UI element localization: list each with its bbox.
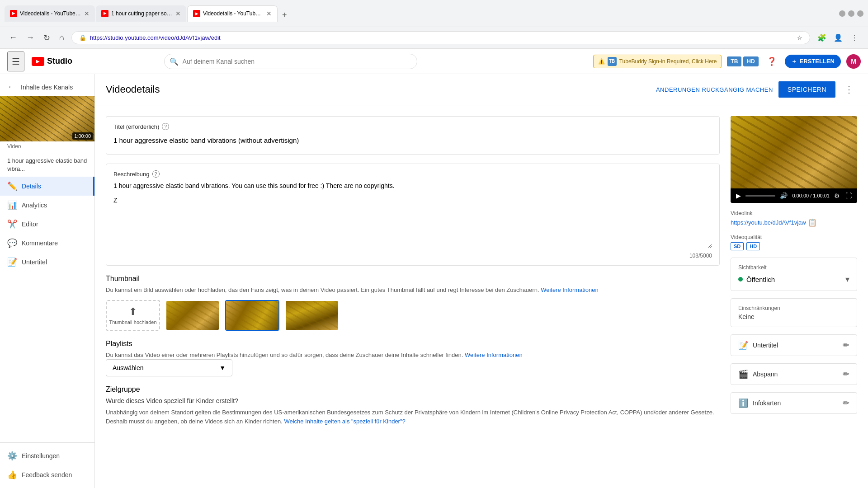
- thumbnail-title: Thumbnail: [106, 275, 720, 283]
- playlists-section: Playlists Du kannst das Video einer oder…: [106, 340, 720, 377]
- sidebar-item-details[interactable]: ✏️ Details: [0, 177, 94, 196]
- menu-button[interactable]: ⋮: [848, 32, 861, 44]
- star-icon[interactable]: ☆: [797, 34, 802, 41]
- infokarten-edit-button[interactable]: ✏: [843, 398, 849, 408]
- abspann-left: 🎬 Abspann: [738, 369, 778, 379]
- yt-studio-logo[interactable]: Studio: [32, 56, 72, 66]
- back-label: Inhalte des Kanals: [21, 84, 73, 91]
- title-label: Titel (erforderlich) ?: [113, 123, 712, 130]
- title-info-icon[interactable]: ?: [162, 123, 169, 130]
- browser-actions: 🧩 👤 ⋮: [816, 32, 861, 44]
- restrictions-value: Keine: [738, 313, 849, 320]
- video-quality-label: Videoqualität: [731, 234, 857, 240]
- playlists-dropdown[interactable]: Auswählen ▼: [106, 359, 232, 376]
- thumbnail-desc: Du kannst ein Bild auswählen oder hochla…: [106, 286, 720, 295]
- thumbnail-option-2[interactable]: [225, 300, 279, 331]
- video-label: Video: [0, 141, 94, 153]
- description-textarea[interactable]: 1 hour aggressive elastic band vibration…: [113, 180, 712, 248]
- video-link-section: Videolink https://youtu.be/dJdAVf1vjaw 📋: [731, 210, 857, 227]
- erstellen-button[interactable]: ＋ ERSTELLEN: [785, 55, 841, 68]
- thumbnail-more-link[interactable]: Weitere Informationen: [541, 286, 599, 293]
- search-input[interactable]: [164, 54, 417, 69]
- tubebuddy-banner[interactable]: ⚠️ TB TubeBuddy Sign-in Required, Click …: [593, 55, 722, 68]
- maximize-button[interactable]: [848, 10, 854, 17]
- time-display: 0:00:00 / 1:00:01: [792, 193, 830, 198]
- sidebar-item-editor[interactable]: ✂️ Editor: [0, 215, 94, 234]
- duration-badge: 1:00:00: [72, 132, 93, 140]
- untertitel-action-label: Untertitel: [753, 342, 778, 349]
- feedback-icon: 👍: [7, 470, 16, 480]
- url-text: https://studio.youtube.com/video/dJdAVf1…: [90, 34, 793, 41]
- einstellungen-label: Einstellungen: [22, 452, 60, 460]
- progress-bar[interactable]: [745, 195, 775, 197]
- sd-badge: SD: [731, 242, 744, 250]
- sidebar-item-einstellungen[interactable]: ⚙️ Einstellungen: [0, 446, 94, 465]
- main-layout: ← Inhalte des Kanals 1:00:00 Video 1 hou…: [0, 74, 868, 488]
- thumbnail-option-3[interactable]: [285, 300, 339, 331]
- tab-close-2[interactable]: ✕: [175, 10, 181, 17]
- close-window-button[interactable]: [857, 10, 863, 17]
- tb-btn-1[interactable]: TB: [727, 56, 741, 66]
- help-button[interactable]: ❓: [764, 54, 779, 69]
- hamburger-menu[interactable]: ☰: [7, 52, 24, 71]
- left-column: Titel (erforderlich) ? Beschreibung ? 1 …: [106, 116, 720, 426]
- address-bar[interactable]: 🔒 https://studio.youtube.com/video/dJdAV…: [71, 31, 810, 44]
- restrictions-label: Einschränkungen: [738, 305, 849, 311]
- tb-btn-2[interactable]: HD: [743, 56, 758, 66]
- browser-tab-2[interactable]: ▶ 1 hour cutting paper sound (w... ✕: [96, 5, 186, 22]
- extensions-button[interactable]: 🧩: [816, 32, 828, 44]
- playlists-desc: Du kannst das Video einer oder mehreren …: [106, 351, 720, 360]
- settings-button[interactable]: ⚙: [833, 191, 841, 200]
- volume-button[interactable]: 🔊: [779, 191, 788, 200]
- untertitel-action[interactable]: 📝 Untertitel ✏: [731, 334, 857, 356]
- tubebuddy-text: TubeBuddy Sign-in Required, Click Here: [619, 58, 717, 65]
- tab-close-1[interactable]: ✕: [84, 10, 90, 17]
- video-link-row: https://youtu.be/dJdAVf1vjaw 📋: [731, 218, 857, 227]
- playlists-more-link[interactable]: Weitere Informationen: [465, 352, 523, 358]
- browser-tab-3[interactable]: ▶ Videodetails - YouTube Studio ✕: [187, 5, 278, 22]
- abspann-edit-button[interactable]: ✏: [843, 369, 849, 379]
- copy-link-button[interactable]: 📋: [808, 218, 817, 227]
- tab-favicon-1: ▶: [10, 10, 17, 17]
- forward-button[interactable]: →: [24, 31, 36, 44]
- profile-button[interactable]: 👤: [832, 32, 844, 44]
- undo-changes-button[interactable]: ÄNDERUNGEN RÜCKGÄNGIG MACHEN: [656, 86, 773, 93]
- description-info-icon[interactable]: ?: [152, 170, 160, 178]
- infokarten-left: ℹ️ Infokarten: [738, 398, 781, 408]
- user-avatar[interactable]: M: [846, 54, 861, 69]
- fullscreen-button[interactable]: ⛶: [844, 191, 853, 200]
- erstellen-label: ERSTELLEN: [800, 58, 835, 65]
- thumbnail-grid: ⬆ Thumbnail hochladen: [106, 300, 720, 331]
- sidebar-back-button[interactable]: ← Inhalte des Kanals: [0, 78, 94, 96]
- video-link[interactable]: https://youtu.be/dJdAVf1vjaw: [731, 219, 806, 226]
- sidebar-item-feedback[interactable]: 👍 Feedback senden: [0, 465, 94, 484]
- tab-close-3[interactable]: ✕: [266, 10, 272, 17]
- details-label: Details: [22, 183, 41, 190]
- infokarten-action[interactable]: ℹ️ Infokarten ✏: [731, 392, 857, 414]
- video-thumbnail[interactable]: [731, 116, 857, 188]
- visibility-dropdown-arrow[interactable]: ▾: [845, 274, 849, 284]
- title-input[interactable]: [113, 133, 712, 148]
- sidebar-item-kommentare[interactable]: 💬 Kommentare: [0, 234, 94, 253]
- home-button[interactable]: ⌂: [57, 31, 66, 44]
- thumbnail-option-1[interactable]: [165, 300, 220, 331]
- more-options-button[interactable]: ⋮: [841, 82, 857, 97]
- untertitel-left: 📝 Untertitel: [738, 340, 778, 350]
- play-button[interactable]: ▶: [735, 191, 742, 200]
- untertitel-edit-button[interactable]: ✏: [843, 340, 849, 350]
- video-link-label: Videolink: [731, 210, 857, 216]
- browser-tab-1[interactable]: ▶ Videodetails - YouTube Studio ✕: [5, 5, 95, 22]
- back-button[interactable]: ←: [7, 31, 19, 44]
- sidebar-item-analytics[interactable]: 📊 Analytics: [0, 196, 94, 215]
- details-icon: ✏️: [7, 181, 16, 191]
- thumbnail-upload-button[interactable]: ⬆ Thumbnail hochladen: [106, 300, 160, 331]
- minimize-button[interactable]: [839, 10, 845, 17]
- abspann-action[interactable]: 🎬 Abspann ✏: [731, 363, 857, 385]
- zielgruppe-link[interactable]: Welche Inhalte gelten als "speziell für …: [284, 418, 405, 425]
- reload-button[interactable]: ↻: [42, 31, 52, 45]
- sidebar-item-untertitel[interactable]: 📝 Untertitel: [0, 253, 94, 272]
- save-button[interactable]: SPEICHERN: [778, 81, 835, 98]
- new-tab-button[interactable]: +: [278, 9, 291, 22]
- browser-chrome: ▶ Videodetails - YouTube Studio ✕ ▶ 1 ho…: [0, 0, 868, 27]
- visibility-section[interactable]: Sichtbarkeit Öffentlich ▾: [731, 258, 857, 291]
